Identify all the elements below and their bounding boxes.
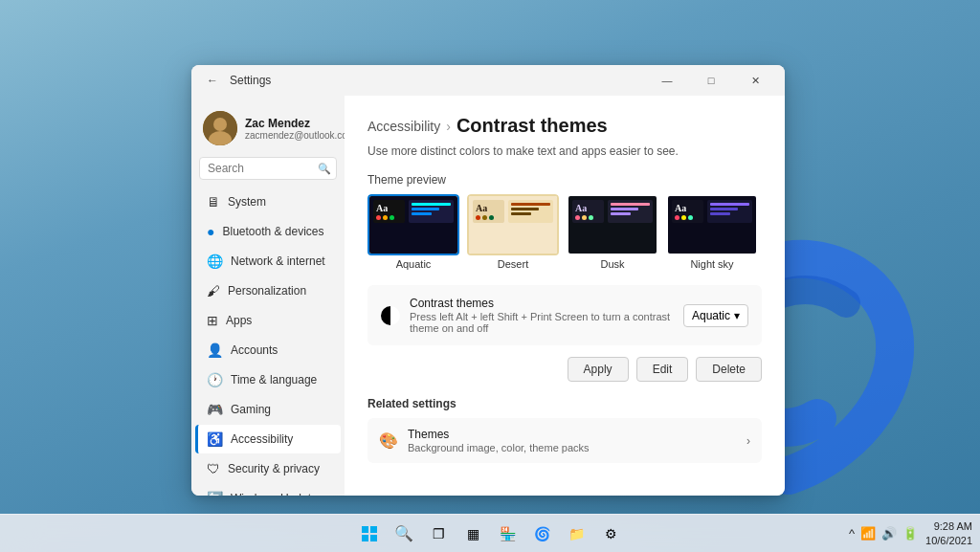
system-icon: 🖥 — [207, 194, 220, 210]
theme-preview-dusk: Aa — [567, 194, 658, 255]
themes-icon: 🎨 — [379, 431, 398, 450]
update-icon: 🔄 — [207, 491, 223, 496]
search-input[interactable] — [199, 157, 337, 180]
settings-taskbar-button[interactable]: ⚙ — [595, 519, 626, 549]
themes-related-description: Background image, color, theme packs — [408, 442, 590, 453]
themes-related-title: Themes — [408, 428, 590, 441]
contrast-icon — [381, 306, 400, 325]
breadcrumb-separator: › — [446, 119, 451, 134]
gaming-icon: 🎮 — [207, 402, 223, 417]
theme-card-aquatic[interactable]: Aa — [368, 194, 459, 270]
page-description: Use more distinct colors to make text an… — [368, 144, 762, 158]
user-info: Zac Mendez zacmendez@outlook.com — [191, 103, 345, 157]
time-icon: 🕐 — [207, 372, 223, 387]
contrast-themes-row: Contrast themes Press left Alt + left Sh… — [368, 285, 762, 345]
search-taskbar-button[interactable]: 🔍 — [389, 519, 419, 549]
theme-preview-aquatic: Aa — [368, 194, 459, 255]
contrast-themes-title: Contrast themes — [410, 297, 683, 310]
svg-point-1 — [213, 118, 227, 131]
theme-name-aquatic: Aquatic — [368, 258, 459, 270]
sidebar-item-accessibility[interactable]: ♿ Accessibility — [195, 425, 341, 453]
title-bar: ← Settings — □ ✕ — [191, 65, 785, 96]
search-icon: 🔍 — [318, 163, 331, 175]
breadcrumb-current: Contrast themes — [457, 115, 608, 137]
avatar — [203, 111, 237, 145]
edit-button[interactable]: Edit — [636, 357, 689, 382]
maximize-button[interactable]: □ — [689, 65, 733, 96]
theme-card-dusk[interactable]: Aa — [567, 194, 658, 270]
explorer-button[interactable]: 📁 — [561, 519, 591, 549]
search-box[interactable]: 🔍 — [199, 157, 337, 180]
section-title-theme-preview: Theme preview — [368, 173, 762, 187]
sidebar-item-system[interactable]: 🖥 System — [195, 188, 341, 216]
taskview-icon: ❐ — [433, 526, 445, 541]
dropdown-arrow-icon: ▾ — [734, 309, 740, 322]
theme-name-dusk: Dusk — [567, 258, 658, 270]
contrast-selected-value: Aquatic — [692, 309, 730, 322]
search-taskbar-icon: 🔍 — [394, 524, 413, 542]
back-button[interactable]: ← — [203, 71, 222, 90]
user-email: zacmendez@outlook.com — [245, 130, 345, 141]
theme-name-nightsky: Night sky — [666, 258, 758, 270]
contrast-themes-dropdown[interactable]: Aquatic ▾ — [683, 304, 748, 327]
svg-rect-3 — [362, 526, 368, 533]
sidebar-item-windows-update[interactable]: 🔄 Windows Update — [195, 484, 341, 496]
theme-previews: Aa — [368, 194, 762, 270]
accessibility-icon: ♿ — [207, 431, 223, 447]
svg-rect-6 — [370, 535, 377, 541]
contrast-themes-description: Press left Alt + left Shift + Print Scre… — [410, 311, 683, 334]
svg-rect-5 — [362, 535, 368, 541]
theme-preview-nightsky: Aa — [666, 194, 758, 255]
accounts-icon: 👤 — [207, 342, 223, 358]
sidebar-item-time[interactable]: 🕐 Time & language — [195, 365, 341, 394]
taskbar-clock[interactable]: 9:28 AM 10/6/2021 — [925, 519, 972, 547]
delete-button[interactable]: Delete — [696, 357, 762, 382]
store-icon: 🏪 — [500, 526, 516, 541]
close-button[interactable]: ✕ — [733, 65, 777, 96]
sidebar-item-gaming[interactable]: 🎮 Gaming — [195, 395, 341, 424]
related-item-themes[interactable]: 🎨 Themes Background image, color, theme … — [368, 418, 762, 463]
edge-button[interactable]: 🌀 — [526, 519, 557, 549]
sidebar-item-personalization[interactable]: 🖌 Personalization — [195, 276, 341, 305]
chevron-tray-icon[interactable]: ^ — [849, 526, 855, 541]
taskview-button[interactable]: ❐ — [423, 519, 454, 549]
sidebar-item-apps[interactable]: ⊞ Apps — [195, 306, 341, 335]
user-name: Zac Mendez — [245, 117, 345, 130]
taskbar: 🔍 ❐ ▦ 🏪 🌀 📁 ⚙ ^ 📶 🔊 🔋 9:28 AM 10/6/ — [0, 514, 980, 552]
sidebar: Zac Mendez zacmendez@outlook.com 🔍 🖥 Sys… — [191, 96, 345, 496]
widgets-button[interactable]: ▦ — [457, 519, 488, 549]
theme-card-desert[interactable]: Aa — [467, 194, 559, 270]
chevron-right-icon: › — [746, 434, 750, 448]
system-tray: ^ 📶 🔊 🔋 — [849, 526, 918, 541]
bluetooth-icon: ● — [207, 224, 214, 239]
main-content: Accessibility › Contrast themes Use more… — [345, 96, 785, 496]
svg-rect-4 — [370, 526, 377, 533]
wifi-icon: 📶 — [860, 526, 876, 541]
settings-taskbar-icon: ⚙ — [605, 526, 617, 541]
window-title: Settings — [230, 74, 271, 87]
sidebar-item-bluetooth[interactable]: ● Bluetooth & devices — [195, 217, 341, 246]
battery-icon: 🔋 — [902, 526, 918, 541]
sidebar-item-network[interactable]: 🌐 Network & internet — [195, 247, 341, 276]
widgets-icon: ▦ — [467, 526, 479, 541]
theme-preview-desert: Aa — [467, 194, 559, 255]
personalization-icon: 🖌 — [207, 283, 220, 298]
theme-name-desert: Desert — [467, 258, 559, 270]
apply-button[interactable]: Apply — [568, 357, 629, 382]
apps-icon: ⊞ — [207, 313, 218, 328]
start-button[interactable] — [354, 519, 385, 549]
theme-card-nightsky[interactable]: Aa — [666, 194, 758, 270]
volume-icon: 🔊 — [881, 526, 897, 541]
store-button[interactable]: 🏪 — [492, 519, 523, 549]
settings-window: ← Settings — □ ✕ Zac Mendez — [191, 65, 785, 496]
network-icon: 🌐 — [207, 254, 223, 269]
taskbar-time: 9:28 AM — [925, 519, 972, 533]
breadcrumb: Accessibility › Contrast themes — [368, 115, 762, 137]
related-settings-title: Related settings — [368, 397, 762, 410]
edge-icon: 🌀 — [534, 526, 550, 541]
sidebar-item-accounts[interactable]: 👤 Accounts — [195, 336, 341, 364]
breadcrumb-parent[interactable]: Accessibility — [368, 119, 440, 134]
minimize-button[interactable]: — — [645, 65, 689, 96]
sidebar-item-security[interactable]: 🛡 Security & privacy — [195, 454, 341, 483]
taskbar-date: 10/6/2021 — [925, 534, 972, 547]
